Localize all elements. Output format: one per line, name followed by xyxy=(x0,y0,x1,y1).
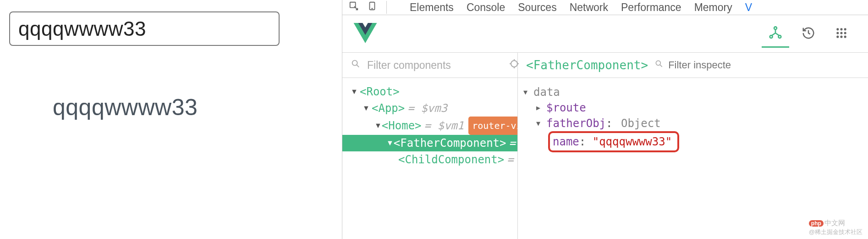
svg-point-7 xyxy=(840,28,842,30)
devtools-tab-bar: Elements Console Sources Network Perform… xyxy=(342,0,868,15)
caret-down-icon: ▼ xyxy=(536,116,546,131)
detail-header: <FatherComponent> xyxy=(518,53,868,78)
caret-down-icon: ▼ xyxy=(363,100,372,117)
svg-point-11 xyxy=(844,32,846,34)
tab-network[interactable]: Network xyxy=(563,0,615,15)
data-route[interactable]: ▶ $route xyxy=(523,100,863,116)
svg-line-23 xyxy=(660,65,662,67)
svg-point-22 xyxy=(656,61,660,65)
tab-extra[interactable]: V xyxy=(739,0,758,15)
tree-node-app[interactable]: ▼ <App> = $vm3 xyxy=(342,100,517,117)
caret-down-icon: ▼ xyxy=(374,117,382,134)
svg-point-9 xyxy=(836,32,839,34)
svg-point-14 xyxy=(844,36,846,38)
svg-point-15 xyxy=(352,61,357,66)
search-icon xyxy=(654,59,664,71)
settings-grid-icon[interactable] xyxy=(828,20,855,48)
components-tab-icon[interactable] xyxy=(762,20,789,48)
svg-point-6 xyxy=(836,28,839,30)
svg-point-17 xyxy=(511,61,517,67)
data-fatherobj[interactable]: ▼ fatherObj: Object xyxy=(523,116,863,131)
tree-filter-row xyxy=(342,53,517,78)
device-toggle-icon[interactable] xyxy=(367,1,377,14)
caret-down-icon: ▼ xyxy=(351,83,360,100)
tab-performance[interactable]: Performance xyxy=(615,0,688,15)
vue-split: ▼ <Root> ▼ <App> = $vm3 ▼ <Home> = $vm1 … xyxy=(342,53,868,239)
tree-node-home[interactable]: ▼ <Home> = $vm1 router-vie xyxy=(342,117,517,135)
detail-body: ▼ data ▶ $route ▼ fatherObj: Object name… xyxy=(518,78,868,152)
vue-logo-icon xyxy=(353,23,377,45)
watermark: php中文网 @稀土掘金技术社区 xyxy=(809,219,863,236)
separator xyxy=(386,1,387,14)
data-section[interactable]: ▼ data xyxy=(523,84,863,100)
svg-point-10 xyxy=(840,32,842,34)
history-icon[interactable] xyxy=(795,20,822,48)
component-detail-pane: <FatherComponent> ▼ data ▶ xyxy=(518,53,868,239)
tab-elements[interactable]: Elements xyxy=(403,0,460,15)
svg-point-8 xyxy=(844,28,846,30)
tab-sources[interactable]: Sources xyxy=(511,0,563,15)
tab-console[interactable]: Console xyxy=(460,0,511,15)
data-name-row[interactable]: name: "qqqqwwww33" xyxy=(523,131,863,152)
detail-filter-input[interactable] xyxy=(668,59,860,71)
tree-node-child[interactable]: <ChildComponent> = xyxy=(342,151,517,168)
component-tree: ▼ <Root> ▼ <App> = $vm3 ▼ <Home> = $vm1 … xyxy=(342,78,517,168)
tree-node-father[interactable]: ▼ <FatherComponent> = $ xyxy=(342,135,517,151)
component-tree-pane: ▼ <Root> ▼ <App> = $vm3 ▼ <Home> = $vm1 … xyxy=(342,53,518,239)
devtools-pane: Elements Console Sources Network Perform… xyxy=(342,0,868,239)
display-text: qqqqwwww33 xyxy=(53,94,333,121)
svg-point-13 xyxy=(840,36,842,38)
app-preview-pane: qqqqwwww33 xyxy=(0,0,342,239)
tree-node-root[interactable]: ▼ <Root> xyxy=(342,83,517,100)
highlight-box: name: "qqqqwwww33" xyxy=(548,131,679,152)
tab-memory[interactable]: Memory xyxy=(688,0,739,15)
caret-right-icon: ▶ xyxy=(536,100,546,116)
router-view-badge: router-vie xyxy=(468,117,517,135)
svg-line-16 xyxy=(357,65,359,67)
name-input[interactable] xyxy=(9,11,280,46)
svg-point-12 xyxy=(836,36,839,38)
caret-down-icon: ▼ xyxy=(386,135,394,151)
tree-filter-input[interactable] xyxy=(367,59,502,72)
detail-title: <FatherComponent> xyxy=(526,58,648,72)
inspect-icon[interactable] xyxy=(349,1,359,14)
vue-toolbar xyxy=(342,15,868,53)
caret-down-icon: ▼ xyxy=(523,84,533,100)
svg-point-3 xyxy=(774,27,777,29)
search-icon xyxy=(351,59,361,72)
